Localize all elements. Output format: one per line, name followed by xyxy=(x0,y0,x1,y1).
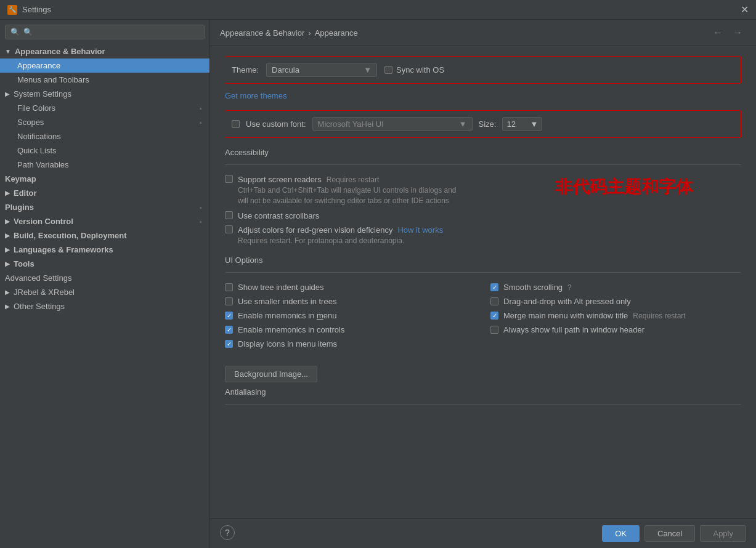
close-button[interactable]: ✕ xyxy=(741,4,749,15)
sidebar-item-label: Scopes xyxy=(17,118,44,127)
sidebar-item-label: Advanced Settings xyxy=(5,273,71,283)
app-icon: 🔧 xyxy=(7,5,17,15)
sidebar-item-appearance[interactable]: Appearance xyxy=(0,58,209,73)
main-header: Appearance & Behavior › Appearance ← → xyxy=(210,20,756,46)
help-button[interactable]: ? xyxy=(220,525,235,540)
accessibility-section: Accessibility Support screen readers Req… xyxy=(225,148,741,246)
window-title: Settings xyxy=(22,5,51,14)
sidebar-item-label: Path Variables xyxy=(17,160,69,169)
chevron-right-icon: ▶ xyxy=(5,91,10,97)
sidebar-item-scopes[interactable]: Scopes ▪ xyxy=(0,115,209,129)
screen-readers-checkbox[interactable] xyxy=(225,175,233,183)
pin-icon-4: ▪ xyxy=(200,119,202,126)
sidebar-item-quick-lists[interactable]: Quick Lists xyxy=(0,143,209,158)
contrast-scrollbars-checkbox[interactable] xyxy=(225,211,233,219)
antialiasing-divider xyxy=(225,404,741,405)
sidebar-item-system-settings[interactable]: ▶ System Settings xyxy=(0,87,209,101)
always-full-path-option[interactable]: Always show full path in window header xyxy=(490,325,741,334)
cancel-button[interactable]: Cancel xyxy=(644,525,695,542)
sidebar-item-menus-toolbars[interactable]: Menus and Toolbars xyxy=(0,73,209,87)
show-tree-indent-checkbox[interactable] xyxy=(225,283,233,291)
theme-select[interactable]: Darcula ▼ xyxy=(266,63,377,77)
smooth-scrolling-option[interactable]: Smooth scrolling ? xyxy=(490,283,741,292)
sync-os-option[interactable]: Sync with OS xyxy=(384,65,444,75)
breadcrumb-parent: Appearance & Behavior xyxy=(220,28,304,38)
smooth-scrolling-label: Smooth scrolling xyxy=(503,283,563,292)
smooth-scrolling-help-icon[interactable]: ? xyxy=(567,283,572,292)
sidebar-item-keymap[interactable]: Keymap xyxy=(0,172,209,186)
breadcrumb-separator: › xyxy=(308,28,311,38)
sidebar-item-jrebel[interactable]: ▶ JRebel & XRebel xyxy=(0,285,209,299)
drag-drop-label: Drag-and-drop with Alt pressed only xyxy=(503,297,631,306)
theme-label: Theme: xyxy=(232,65,259,75)
always-full-path-checkbox[interactable] xyxy=(490,326,498,334)
sidebar-item-path-variables[interactable]: Path Variables xyxy=(0,158,209,172)
sidebar-item-other-settings[interactable]: ▶ Other Settings xyxy=(0,299,209,313)
font-row: Use custom font: Microsoft YaHei UI ▼ Si… xyxy=(225,110,741,138)
merge-menu-option[interactable]: Merge main menu with window title Requir… xyxy=(490,311,741,320)
ok-button[interactable]: OK xyxy=(602,525,640,542)
sidebar-item-tools[interactable]: ▶ Tools xyxy=(0,257,209,271)
sidebar-item-file-colors[interactable]: File Colors ▪ xyxy=(0,101,209,115)
ui-options-divider xyxy=(225,272,741,273)
nav-forward-button[interactable]: → xyxy=(729,26,746,39)
get-themes-link[interactable]: Get more themes xyxy=(225,91,741,100)
main-panel: Appearance & Behavior › Appearance ← → T… xyxy=(210,20,756,548)
sidebar-item-label: Appearance xyxy=(17,61,60,70)
search-input[interactable] xyxy=(23,28,199,36)
show-tree-indent-label: Show tree indent guides xyxy=(238,283,323,292)
size-select[interactable]: 12 ▼ xyxy=(502,117,542,131)
sidebar-item-version-control[interactable]: ▶ Version Control ▪ xyxy=(0,214,209,228)
display-icons-option[interactable]: Display icons in menu items xyxy=(225,339,476,349)
merge-menu-checkbox[interactable] xyxy=(490,312,498,320)
mnemonics-controls-checkbox[interactable] xyxy=(225,326,233,334)
sidebar-item-build-exec-deploy[interactable]: ▶ Build, Execution, Deployment xyxy=(0,228,209,243)
adjust-colors-option[interactable]: Adjust colors for red-green vision defic… xyxy=(225,225,741,246)
sidebar-item-label: Other Settings xyxy=(14,302,65,311)
screen-readers-content: Support screen readers Requires restart … xyxy=(238,175,457,206)
merge-menu-label: Merge main menu with window title xyxy=(503,311,628,320)
mnemonics-controls-option[interactable]: Enable mnemonics in controls xyxy=(225,325,476,334)
sidebar-item-editor[interactable]: ▶ Editor xyxy=(0,186,209,200)
background-image-button[interactable]: Background Image... xyxy=(225,366,317,382)
chevron-down-font-icon: ▼ xyxy=(459,119,467,129)
theme-row: Theme: Darcula ▼ Sync with OS xyxy=(225,56,741,84)
antialiasing-section: Antialiasing xyxy=(225,387,741,405)
mnemonics-menu-checkbox[interactable] xyxy=(225,312,233,320)
smooth-scrolling-checkbox[interactable] xyxy=(490,283,498,291)
antialiasing-title: Antialiasing xyxy=(225,387,741,397)
adjust-colors-sublabel: Requires restart. For protanopia and deu… xyxy=(238,236,443,246)
drag-drop-checkbox[interactable] xyxy=(490,297,498,305)
how-it-works-link[interactable]: How it works xyxy=(397,225,443,235)
sidebar-item-label: Version Control xyxy=(14,217,73,226)
smaller-indents-checkbox[interactable] xyxy=(225,297,233,305)
mnemonics-menu-option[interactable]: Enable mnemonics in menu xyxy=(225,311,476,320)
adjust-colors-checkbox[interactable] xyxy=(225,225,233,233)
breadcrumb: Appearance & Behavior › Appearance xyxy=(220,28,358,38)
titlebar-left: 🔧 Settings xyxy=(7,5,51,15)
smaller-indents-option[interactable]: Use smaller indents in trees xyxy=(225,297,476,306)
font-select[interactable]: Microsoft YaHei UI ▼ xyxy=(312,117,473,131)
sidebar-item-label: Plugins xyxy=(5,203,34,212)
sidebar-item-advanced-settings[interactable]: Advanced Settings xyxy=(0,271,209,285)
apply-button[interactable]: Apply xyxy=(700,525,746,542)
sidebar-item-label: Languages & Frameworks xyxy=(14,245,113,254)
custom-font-checkbox[interactable] xyxy=(232,120,240,128)
sidebar-item-appearance-behavior[interactable]: ▼ Appearance & Behavior xyxy=(0,44,209,58)
bottom-bar: ? OK Cancel Apply xyxy=(210,518,756,548)
search-icon: 🔍 xyxy=(10,28,20,36)
always-full-path-label: Always show full path in window header xyxy=(503,325,644,334)
screen-readers-option[interactable]: Support screen readers Requires restart … xyxy=(225,175,741,206)
main-content-area: 🔍 ▼ Appearance & Behavior Appearance Men… xyxy=(0,20,756,548)
chevron-right-icon-other: ▶ xyxy=(5,303,10,310)
sidebar-item-plugins[interactable]: Plugins ▪ xyxy=(0,200,209,214)
contrast-scrollbars-option[interactable]: Use contrast scrollbars xyxy=(225,211,741,220)
sidebar-item-languages-frameworks[interactable]: ▶ Languages & Frameworks xyxy=(0,243,209,257)
sync-os-checkbox[interactable] xyxy=(384,66,392,74)
search-box[interactable]: 🔍 xyxy=(5,25,205,39)
sidebar-item-notifications[interactable]: Notifications xyxy=(0,129,209,143)
show-tree-indent-option[interactable]: Show tree indent guides xyxy=(225,283,476,292)
drag-drop-option[interactable]: Drag-and-drop with Alt pressed only xyxy=(490,297,741,306)
nav-back-button[interactable]: ← xyxy=(709,26,726,39)
display-icons-checkbox[interactable] xyxy=(225,340,233,348)
